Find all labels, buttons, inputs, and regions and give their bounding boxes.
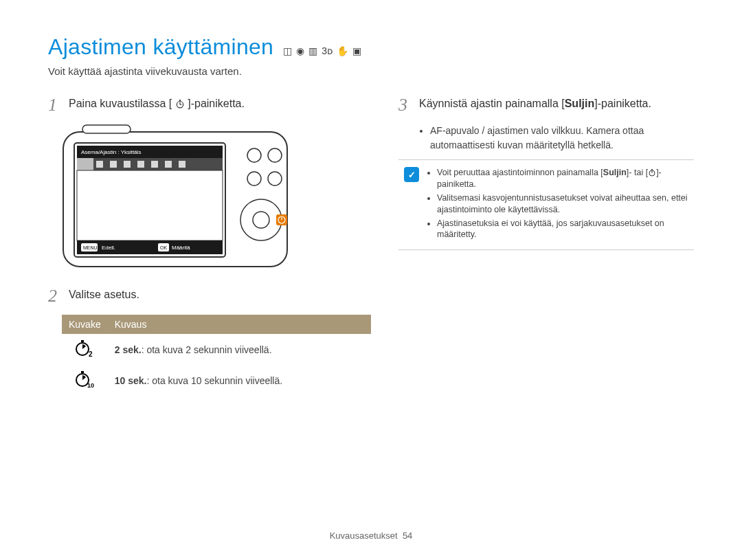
svg-rect-36 <box>81 371 84 373</box>
info1-mid: ]- tai [ <box>627 168 648 177</box>
info-list: Voit peruuttaa ajastintoiminnon painamal… <box>426 167 688 243</box>
svg-point-23 <box>247 148 261 162</box>
svg-rect-13 <box>137 161 144 168</box>
svg-rect-11 <box>110 161 117 168</box>
smart-auto-icon: ◫ <box>283 46 292 56</box>
lcd-topbar-text: Asema/Ajastin : Yksittäis <box>81 149 141 155</box>
svg-point-24 <box>268 148 282 162</box>
step-3-bold: Suljin <box>565 98 595 109</box>
svg-text:MENU: MENU <box>83 245 98 250</box>
table-row: 2 2 sek.: ota kuva 2 sekunnin viiveellä. <box>62 334 371 365</box>
lcd-set-label: Määritä <box>172 245 190 251</box>
svg-point-25 <box>247 172 261 186</box>
movie-icon: ✋ <box>337 46 348 56</box>
info-item: Ajastinasetuksia ei voi käyttää, jos sar… <box>437 218 688 241</box>
content-columns: 1 Paina kuvaustilassa [ ]-painiketta. <box>48 96 694 396</box>
3d-icon: 3ᴅ <box>322 46 333 56</box>
step-3-text: Käynnistä ajastin painamalla [Suljin]-pa… <box>419 96 651 111</box>
camera-illustration: Asema/Ajastin : Yksittäis MENU Edell. <box>62 124 371 271</box>
timer-2s-icon: 2 <box>62 334 108 365</box>
table-row: 10 10 sek.: ota kuva 10 sekunnin viiveel… <box>62 365 371 396</box>
info-box: ✓ Voit peruuttaa ajastintoiminnon painam… <box>398 159 694 250</box>
svg-text:2: 2 <box>89 350 93 357</box>
svg-rect-5 <box>82 125 131 133</box>
dual-is-icon: ▣ <box>352 46 361 56</box>
step-1: 1 Paina kuvaustilassa [ ]-painiketta. <box>48 96 371 114</box>
th-icon: Kuvake <box>62 315 108 334</box>
svg-text:OK: OK <box>160 245 167 250</box>
subtitle: Voit käyttää ajastinta viivekuvausta var… <box>48 65 694 77</box>
step-3-post: ]-painiketta. <box>594 98 651 109</box>
label-rest: : ota kuva 10 sekunnin viiveellä. <box>146 375 282 386</box>
svg-rect-1 <box>179 100 181 101</box>
th-desc: Kuvaus <box>108 315 371 334</box>
timer-button-icon <box>648 168 656 177</box>
step-3-sub-item: AF-apuvalo / ajastimen valo vilkkuu. Kam… <box>430 124 694 153</box>
info1-pre: Voit peruuttaa ajastintoiminnon painamal… <box>437 168 603 177</box>
label-bold: 2 sek. <box>115 344 142 355</box>
program-icon: ◉ <box>296 46 304 56</box>
row-desc: 2 sek.: ota kuva 2 sekunnin viiveellä. <box>108 334 371 365</box>
svg-point-26 <box>268 172 282 186</box>
info1-bold: Suljin <box>603 168 627 177</box>
svg-point-28 <box>253 212 269 228</box>
step-1-post: ]-painiketta. <box>188 98 245 109</box>
page-title: Ajastimen käyttäminen <box>48 34 273 60</box>
timer-button-icon <box>172 98 188 109</box>
step-2-text: Valitse asetus. <box>69 287 139 302</box>
step-3-pre: Käynnistä ajastin painamalla [ <box>419 98 565 109</box>
step-1-text: Paina kuvaustilassa [ ]-painiketta. <box>69 96 245 111</box>
svg-rect-10 <box>96 161 103 168</box>
page-footer: Kuvausasetukset 54 <box>0 530 742 541</box>
step-1-pre: Paina kuvaustilassa [ <box>69 98 172 109</box>
footer-section: Kuvausasetukset <box>330 530 398 541</box>
right-column: 3 Käynnistä ajastin painamalla [Suljin]-… <box>398 96 694 396</box>
timer-10s-icon: 10 <box>62 365 108 396</box>
svg-rect-18 <box>77 240 223 254</box>
label-rest: : ota kuva 2 sekunnin viiveellä. <box>142 344 272 355</box>
svg-rect-33 <box>81 340 84 342</box>
step-number: 3 <box>398 96 412 114</box>
svg-text:10: 10 <box>87 382 94 388</box>
title-row: Ajastimen käyttäminen ◫ ◉ ▥ 3ᴅ ✋ ▣ <box>48 34 694 60</box>
svg-rect-17 <box>77 170 223 240</box>
options-table: Kuvake Kuvaus 2 2 sek.: ota kuva 2 sekun… <box>62 315 371 396</box>
info-item: Valitsemasi kasvojentunnistusasetukset v… <box>437 192 688 216</box>
svg-rect-14 <box>151 161 158 168</box>
svg-rect-39 <box>651 169 653 170</box>
step-3: 3 Käynnistä ajastin painamalla [Suljin]-… <box>398 96 694 114</box>
footer-page: 54 <box>403 530 412 541</box>
lcd-back-label: Edell. <box>102 245 115 251</box>
info-item: Voit peruuttaa ajastintoiminnon painamal… <box>437 167 688 190</box>
svg-rect-9 <box>77 158 93 170</box>
step-3-sub: AF-apuvalo / ajastimen valo vilkkuu. Kam… <box>419 124 694 153</box>
step-2: 2 Valitse asetus. <box>48 287 371 305</box>
label-bold: 10 sek. <box>115 375 147 386</box>
svg-rect-16 <box>179 161 186 168</box>
info-icon: ✓ <box>404 167 419 182</box>
manual-page: Ajastimen käyttäminen ◫ ◉ ▥ 3ᴅ ✋ ▣ Voit … <box>0 0 742 410</box>
step-number: 2 <box>48 287 62 305</box>
svg-rect-12 <box>124 161 131 168</box>
row-desc: 10 sek.: ota kuva 10 sekunnin viiveellä. <box>108 365 371 396</box>
scene-icon: ▥ <box>308 46 317 56</box>
svg-rect-15 <box>165 161 172 168</box>
step-number: 1 <box>48 96 62 114</box>
left-column: 1 Paina kuvaustilassa [ ]-painiketta. <box>48 96 371 396</box>
mode-icons-row: ◫ ◉ ▥ 3ᴅ ✋ ▣ <box>283 46 361 56</box>
